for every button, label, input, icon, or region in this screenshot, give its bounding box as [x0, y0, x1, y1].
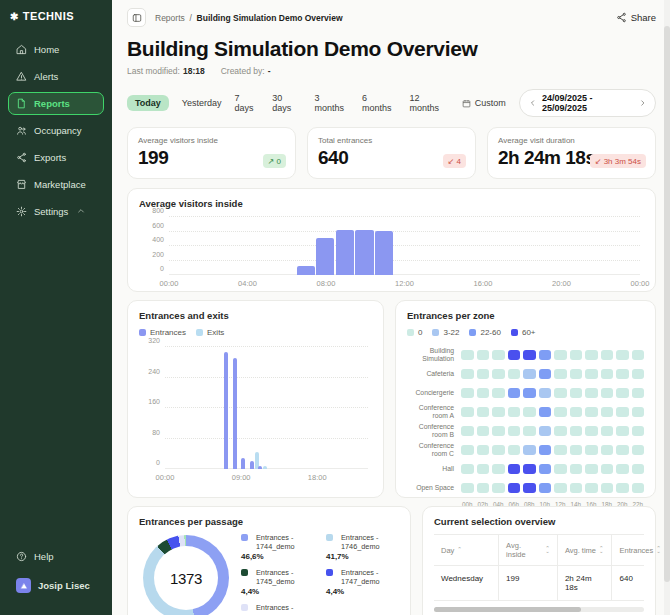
- sort-icon[interactable]: ⌃⌄: [545, 547, 550, 553]
- column-header-avg-inside[interactable]: Avg. inside⌃⌄: [499, 535, 558, 566]
- heatmap-cell[interactable]: [601, 464, 614, 474]
- heatmap-cell[interactable]: [632, 483, 645, 493]
- heatmap-cell[interactable]: [570, 445, 583, 455]
- heatmap-cell[interactable]: [508, 483, 521, 493]
- heatmap-cell[interactable]: [523, 388, 536, 398]
- filter-6-months[interactable]: 6 months: [362, 93, 396, 113]
- heatmap-cell[interactable]: [477, 369, 490, 379]
- heatmap-cell[interactable]: [585, 464, 598, 474]
- page-scrollbar-thumb[interactable]: [664, 26, 670, 582]
- heatmap-cell[interactable]: [461, 407, 474, 417]
- heatmap-cell[interactable]: [570, 483, 583, 493]
- heatmap-cell[interactable]: [616, 445, 629, 455]
- heatmap-cell[interactable]: [554, 483, 567, 493]
- heatmap-cell[interactable]: [477, 445, 490, 455]
- heatmap-cell[interactable]: [508, 350, 521, 360]
- heatmap-cell[interactable]: [523, 369, 536, 379]
- heatmap-cell[interactable]: [616, 426, 629, 436]
- heatmap-cell[interactable]: [554, 369, 567, 379]
- heatmap-cell[interactable]: [554, 426, 567, 436]
- entrances-bar[interactable]: [250, 461, 254, 469]
- sidebar-item-alerts[interactable]: Alerts: [8, 65, 104, 88]
- heatmap-cell[interactable]: [601, 388, 614, 398]
- visitors-bar[interactable]: [336, 230, 354, 275]
- heatmap-cell[interactable]: [508, 426, 521, 436]
- entrances-bar[interactable]: [258, 466, 262, 469]
- heatmap-cell[interactable]: [554, 445, 567, 455]
- scrollbar-thumb[interactable]: [434, 607, 581, 612]
- entrances-bar[interactable]: [241, 458, 245, 469]
- heatmap-cell[interactable]: [616, 350, 629, 360]
- filter-7-days[interactable]: 7 days: [235, 93, 260, 113]
- date-range-picker[interactable]: 24/09/2025 - 25/09/2025: [519, 89, 656, 117]
- passage-donut-chart[interactable]: 1373: [143, 535, 229, 615]
- visitors-bar[interactable]: [316, 238, 334, 275]
- sort-icon[interactable]: ⌃⌄: [656, 547, 661, 553]
- heatmap-cell[interactable]: [492, 445, 505, 455]
- heatmap-cell[interactable]: [585, 407, 598, 417]
- heatmap-cell[interactable]: [508, 369, 521, 379]
- sidebar-item-marketplace[interactable]: Marketplace: [8, 173, 104, 196]
- column-header-entrances[interactable]: Entrances⌃⌄: [612, 535, 644, 566]
- sidebar-toggle-button[interactable]: [127, 8, 146, 27]
- heatmap-cell[interactable]: [601, 426, 614, 436]
- column-header-day[interactable]: Day⌃: [434, 535, 499, 566]
- filter-30-days[interactable]: 30 days: [272, 93, 301, 113]
- heatmap-cell[interactable]: [461, 369, 474, 379]
- heatmap-cell[interactable]: [601, 483, 614, 493]
- heatmap-cell[interactable]: [539, 407, 552, 417]
- heatmap-cell[interactable]: [554, 350, 567, 360]
- heatmap-cell[interactable]: [632, 445, 645, 455]
- heatmap-cell[interactable]: [523, 350, 536, 360]
- heatmap-cell[interactable]: [523, 483, 536, 493]
- heatmap-cell[interactable]: [585, 445, 598, 455]
- heatmap-cell[interactable]: [461, 464, 474, 474]
- heatmap-cell[interactable]: [539, 388, 552, 398]
- heatmap-cell[interactable]: [601, 369, 614, 379]
- heatmap-cell[interactable]: [585, 483, 598, 493]
- heatmap-cell[interactable]: [539, 350, 552, 360]
- heatmap-cell[interactable]: [539, 426, 552, 436]
- heatmap-cell[interactable]: [508, 388, 521, 398]
- sidebar-item-settings[interactable]: Settings: [8, 200, 104, 223]
- heatmap-cell[interactable]: [632, 369, 645, 379]
- heatmap-cell[interactable]: [461, 388, 474, 398]
- entrances-bar[interactable]: [233, 358, 237, 469]
- sidebar-item-reports[interactable]: Reports: [8, 92, 104, 115]
- chevron-left-icon[interactable]: [529, 99, 536, 107]
- heatmap-cell[interactable]: [570, 350, 583, 360]
- heatmap-cell[interactable]: [616, 464, 629, 474]
- sidebar-item-occupancy[interactable]: Occupancy: [8, 119, 104, 142]
- heatmap-cell[interactable]: [461, 426, 474, 436]
- heatmap-cell[interactable]: [461, 445, 474, 455]
- column-header-avg-time[interactable]: Avg. time⌃⌄: [558, 535, 613, 566]
- heatmap-cell[interactable]: [492, 350, 505, 360]
- filter-custom[interactable]: Custom: [462, 98, 506, 108]
- heatmap-cell[interactable]: [477, 426, 490, 436]
- heatmap-cell[interactable]: [570, 464, 583, 474]
- sidebar-item-home[interactable]: Home: [8, 38, 104, 61]
- heatmap-cell[interactable]: [554, 388, 567, 398]
- entrances-exits-plot[interactable]: 080160240320: [165, 347, 368, 469]
- zone-heatmap[interactable]: Building SimulationCafeteriaConciergerie…: [407, 345, 644, 497]
- heatmap-cell[interactable]: [539, 483, 552, 493]
- heatmap-cell[interactable]: [523, 445, 536, 455]
- heatmap-cell[interactable]: [539, 369, 552, 379]
- heatmap-cell[interactable]: [570, 369, 583, 379]
- heatmap-cell[interactable]: [477, 464, 490, 474]
- sidebar-item-exports[interactable]: Exports: [8, 146, 104, 169]
- heatmap-cell[interactable]: [616, 388, 629, 398]
- table-horizontal-scrollbar[interactable]: [434, 607, 644, 612]
- heatmap-cell[interactable]: [632, 426, 645, 436]
- heatmap-cell[interactable]: [632, 407, 645, 417]
- heatmap-cell[interactable]: [477, 483, 490, 493]
- heatmap-cell[interactable]: [492, 426, 505, 436]
- avg-visitors-plot[interactable]: 0200400600800: [169, 217, 640, 275]
- visitors-bar[interactable]: [355, 230, 373, 275]
- heatmap-cell[interactable]: [616, 483, 629, 493]
- exits-bar[interactable]: [263, 466, 267, 469]
- heatmap-cell[interactable]: [508, 464, 521, 474]
- user-menu[interactable]: Josip Lisec: [8, 572, 104, 599]
- heatmap-cell[interactable]: [616, 407, 629, 417]
- heatmap-cell[interactable]: [601, 407, 614, 417]
